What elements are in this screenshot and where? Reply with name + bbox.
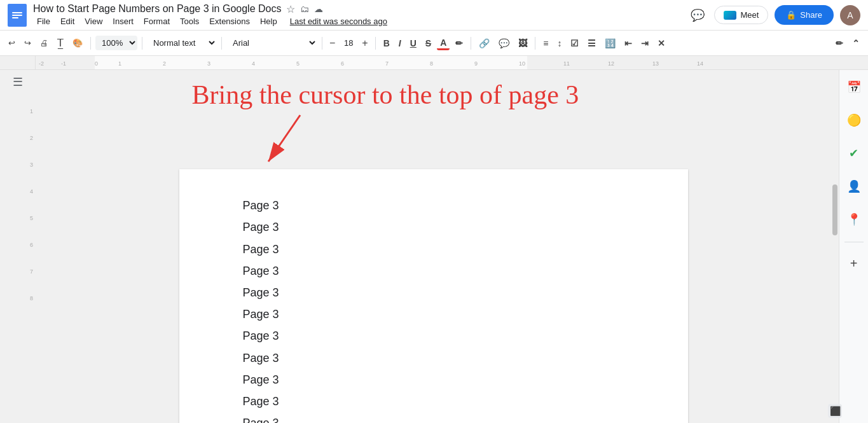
zoom-select[interactable]: 100% 75% 125% 150% bbox=[95, 36, 137, 50]
expand-button[interactable]: ⌃ bbox=[849, 36, 863, 50]
page-line: Page 3 bbox=[243, 303, 624, 325]
separator-3 bbox=[221, 37, 222, 50]
svg-text:9: 9 bbox=[474, 60, 478, 67]
italic-button[interactable]: I bbox=[396, 36, 404, 50]
clear-formatting-button[interactable]: ✕ bbox=[654, 36, 668, 50]
svg-text:0: 0 bbox=[95, 60, 98, 67]
svg-text:2: 2 bbox=[163, 60, 166, 67]
bold-button[interactable]: B bbox=[380, 36, 393, 50]
separator-7 bbox=[535, 37, 535, 50]
font-size-increase-button[interactable]: + bbox=[359, 36, 370, 50]
redo-button[interactable]: ↪ bbox=[21, 36, 34, 50]
page-line: Page 3 bbox=[243, 239, 624, 260]
font-select[interactable]: Arial Times New Roman Courier New Georgi… bbox=[226, 36, 317, 50]
page-list-icon[interactable]: ☰ bbox=[13, 75, 23, 89]
menu-insert[interactable]: Insert bbox=[109, 15, 137, 27]
sidebar-divider bbox=[844, 242, 864, 242]
image-button[interactable]: 🖼 bbox=[515, 36, 530, 50]
svg-text:-2: -2 bbox=[39, 60, 44, 67]
doc-icon bbox=[8, 4, 27, 27]
avatar[interactable]: A bbox=[840, 5, 860, 25]
undo-button[interactable]: ↩ bbox=[5, 36, 18, 50]
svg-rect-5 bbox=[95, 56, 527, 69]
share-label: Share bbox=[800, 10, 822, 20]
arrow-area bbox=[179, 112, 688, 169]
svg-text:7: 7 bbox=[385, 60, 389, 67]
doc-title: How to Start Page Numbers on Page 3 in G… bbox=[33, 3, 281, 15]
page-line: Page 3 bbox=[243, 325, 624, 347]
comment-history-button[interactable]: 💬 bbox=[687, 6, 708, 25]
svg-text:8: 8 bbox=[430, 60, 433, 67]
increase-indent-button[interactable]: ⇥ bbox=[638, 36, 652, 50]
page-3[interactable]: Page 3Page 3Page 3Page 3Page 3Page 3Page… bbox=[179, 169, 688, 423]
svg-text:5: 5 bbox=[296, 60, 300, 67]
line-spacing-button[interactable]: ↕ bbox=[554, 36, 565, 50]
align-button[interactable]: ≡ bbox=[540, 36, 551, 50]
decrease-indent-button[interactable]: ⇤ bbox=[621, 36, 635, 50]
add-sidebar-button[interactable]: + bbox=[848, 254, 860, 274]
main-area: ☰ 1 2 3 4 5 6 7 8 Bring the cursor to th… bbox=[0, 70, 868, 423]
svg-text:-1: -1 bbox=[61, 60, 66, 67]
paragraph-style-select[interactable]: Normal text Heading 1 Heading 2 Heading … bbox=[147, 36, 217, 50]
annotation-area: Bring the cursor to the top of page 3 bbox=[179, 70, 688, 112]
highlight-button[interactable]: ✏ bbox=[452, 36, 466, 50]
page-line: Page 3 bbox=[243, 282, 624, 303]
annotation-arrow bbox=[243, 112, 319, 169]
page-line: Page 3 bbox=[243, 195, 624, 216]
separator-4 bbox=[322, 37, 322, 50]
scrollbar-bottom-button[interactable]: ⬛ bbox=[828, 404, 842, 418]
bullet-list-button[interactable]: ☰ bbox=[584, 36, 599, 50]
spell-check-button[interactable]: T̲ bbox=[54, 34, 67, 52]
star-icon[interactable]: ☆ bbox=[286, 3, 295, 15]
svg-line-24 bbox=[268, 115, 300, 162]
scrollbar-thumb[interactable] bbox=[832, 184, 837, 235]
meet-button[interactable]: Meet bbox=[714, 6, 768, 24]
svg-rect-1 bbox=[12, 12, 22, 13]
svg-rect-3 bbox=[12, 17, 18, 18]
vertical-ruler-numbers: 1 2 3 4 5 6 7 8 bbox=[0, 108, 36, 302]
comment-button[interactable]: 💬 bbox=[495, 36, 513, 50]
contacts-icon[interactable]: 👤 bbox=[843, 176, 865, 197]
svg-text:11: 11 bbox=[563, 60, 570, 67]
tasks-icon[interactable]: ✔ bbox=[845, 142, 862, 164]
menu-tools[interactable]: Tools bbox=[176, 15, 203, 27]
drive-icon[interactable]: 🗂 bbox=[300, 4, 309, 14]
text-color-button[interactable]: A bbox=[437, 36, 450, 50]
horizontal-ruler: -2 -1 0 1 2 3 4 5 6 7 8 9 10 11 12 13 14 bbox=[36, 56, 868, 69]
menu-help[interactable]: Help bbox=[256, 15, 281, 27]
page-line: Page 3 bbox=[243, 391, 624, 412]
title-bar: How to Start Page Numbers on Page 3 in G… bbox=[0, 0, 868, 31]
editing-mode-button[interactable]: ✏ bbox=[832, 36, 846, 50]
underline-button[interactable]: U bbox=[407, 36, 420, 50]
checklist-button[interactable]: ☑ bbox=[567, 36, 582, 50]
numbered-list-button[interactable]: 🔢 bbox=[602, 36, 619, 50]
calendar-icon[interactable]: 📅 bbox=[843, 76, 865, 98]
notes-icon[interactable]: 🟡 bbox=[843, 109, 865, 131]
font-size-control: − + bbox=[327, 36, 371, 50]
separator-1 bbox=[90, 37, 91, 50]
meet-label: Meet bbox=[740, 10, 759, 20]
paint-format-button[interactable]: 🎨 bbox=[69, 36, 86, 50]
link-button[interactable]: 🔗 bbox=[476, 36, 493, 50]
svg-text:1: 1 bbox=[118, 60, 121, 67]
menu-view[interactable]: View bbox=[81, 15, 106, 27]
maps-icon[interactable]: 📍 bbox=[843, 209, 865, 230]
menu-format[interactable]: Format bbox=[140, 15, 174, 27]
menu-extensions[interactable]: Extensions bbox=[205, 15, 254, 27]
svg-text:4: 4 bbox=[252, 60, 255, 67]
cloud-icon[interactable]: ☁ bbox=[314, 4, 323, 14]
share-button[interactable]: 🔒 Share bbox=[775, 5, 834, 25]
last-edit-label: Last edit was seconds ago bbox=[286, 15, 391, 27]
print-button[interactable]: 🖨 bbox=[37, 36, 52, 50]
toolbar: ↩ ↪ 🖨 T̲ 🎨 100% 75% 125% 150% Normal tex… bbox=[0, 31, 868, 56]
doc-area[interactable]: Bring the cursor to the top of page 3 Pa… bbox=[36, 70, 831, 423]
font-size-decrease-button[interactable]: − bbox=[327, 36, 338, 50]
page-line: Page 3 bbox=[243, 369, 624, 391]
svg-text:13: 13 bbox=[652, 60, 659, 67]
font-size-input[interactable] bbox=[339, 37, 358, 49]
menu-edit[interactable]: Edit bbox=[57, 15, 78, 27]
page-line: Page 3 bbox=[243, 260, 624, 282]
strikethrough-button[interactable]: S bbox=[422, 36, 434, 50]
menu-file[interactable]: File bbox=[33, 15, 54, 27]
lock-icon: 🔒 bbox=[786, 10, 796, 20]
